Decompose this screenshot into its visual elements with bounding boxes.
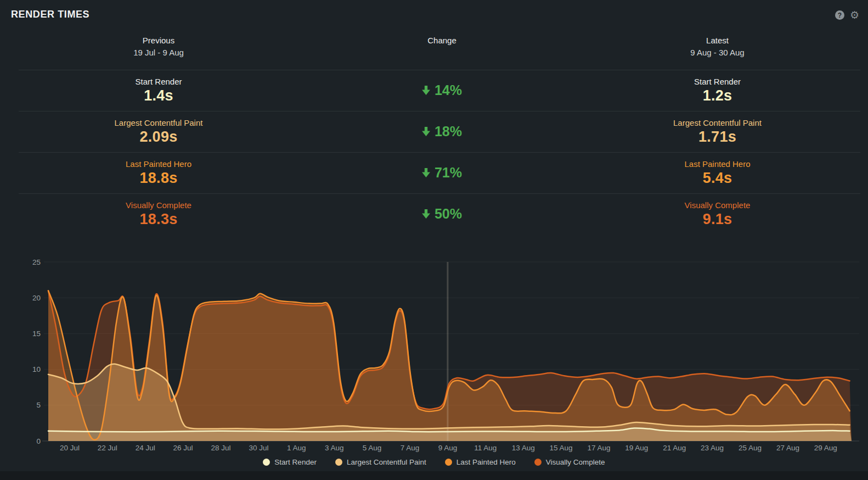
metric-value: 9.1s: [703, 211, 732, 228]
latest-metric: Largest Contentful Paint 1.71s: [567, 111, 868, 152]
page-title: RENDER TIMES: [11, 9, 89, 20]
svg-text:13 Aug: 13 Aug: [512, 444, 535, 452]
latest-metric: Start Render 1.2s: [567, 70, 868, 111]
decrease-arrow-icon: [422, 209, 430, 221]
metric-value: 2.09s: [139, 129, 177, 146]
change-cell: 50%: [317, 193, 567, 235]
previous-metric: Start Render 1.4s: [0, 70, 317, 111]
metric-value: 5.4s: [703, 170, 732, 187]
change-value: 14%: [435, 82, 462, 98]
metric-row-start-render: Start Render 1.4s 14% Start Render 1.2s: [0, 70, 868, 111]
metric-row-last-painted-hero: Last Painted Hero 18.8s 71% Last Painted…: [0, 152, 868, 193]
svg-text:30 Jul: 30 Jul: [249, 444, 268, 452]
decrease-arrow-icon: [422, 127, 430, 138]
svg-text:22 Jul: 22 Jul: [98, 444, 117, 452]
svg-text:27 Aug: 27 Aug: [776, 444, 799, 452]
x-axis-labels: 20 Jul22 Jul24 Jul26 Jul28 Jul30 Jul1 Au…: [60, 444, 837, 452]
svg-text:15: 15: [32, 330, 41, 338]
svg-text:15 Aug: 15 Aug: [549, 444, 572, 452]
change-value: 50%: [435, 206, 462, 222]
decrease-arrow-icon: [422, 168, 430, 180]
render-times-widget: RENDER TIMES ? ⚙ Previous 19 Jul - 9 Aug…: [0, 0, 868, 480]
svg-text:23 Aug: 23 Aug: [701, 444, 724, 452]
previous-date-range: 19 Jul - 9 Aug: [133, 48, 184, 57]
period-divider: [447, 262, 448, 441]
latest-period-header: Latest 9 Aug - 30 Aug: [567, 31, 868, 70]
bottom-strip: [0, 471, 868, 480]
change-label: Change: [427, 36, 456, 45]
change-cell: 18%: [317, 111, 567, 152]
svg-text:29 Aug: 29 Aug: [814, 444, 837, 452]
metric-name: Last Painted Hero: [126, 159, 191, 169]
legend-dot: [263, 459, 270, 466]
svg-text:28 Jul: 28 Jul: [211, 444, 230, 452]
metric-value: 1.4s: [144, 87, 173, 104]
legend-item-largest-contentful-paint[interactable]: Largest Contentful Paint: [335, 458, 426, 466]
metric-value: 18.3s: [139, 211, 177, 228]
metric-value: 18.8s: [139, 170, 177, 187]
metric-name: Largest Contentful Paint: [115, 118, 203, 127]
change-cell: 71%: [317, 152, 567, 193]
svg-text:21 Aug: 21 Aug: [663, 444, 686, 452]
svg-text:19 Aug: 19 Aug: [625, 444, 648, 452]
metric-name: Start Render: [135, 77, 182, 86]
latest-metric: Last Painted Hero 5.4s: [567, 152, 868, 193]
chart-legend: Start Render Largest Contentful Paint La…: [0, 458, 868, 466]
change-value: 71%: [435, 165, 462, 181]
y-axis-labels: 0510152025: [32, 258, 41, 445]
metric-value: 1.71s: [698, 129, 736, 146]
change-cell: 14%: [317, 70, 567, 111]
latest-date-range: 9 Aug - 30 Aug: [690, 48, 744, 57]
change-value: 18%: [435, 124, 462, 139]
svg-text:20 Jul: 20 Jul: [60, 444, 80, 452]
series-areas: [48, 291, 852, 441]
svg-text:25 Aug: 25 Aug: [739, 444, 762, 452]
settings-gear-icon[interactable]: ⚙: [850, 10, 859, 20]
previous-metric: Visually Complete 18.3s: [0, 193, 317, 235]
previous-metric: Last Painted Hero 18.8s: [0, 152, 317, 193]
svg-text:0: 0: [36, 437, 41, 445]
previous-label: Previous: [143, 36, 174, 45]
metric-name: Largest Contentful Paint: [673, 118, 762, 127]
svg-text:24 Jul: 24 Jul: [136, 444, 155, 452]
svg-text:17 Aug: 17 Aug: [587, 444, 610, 452]
metric-name: Visually Complete: [126, 200, 191, 210]
metric-name: Start Render: [694, 77, 741, 86]
comparison-header: Previous 19 Jul - 9 Aug Change Latest 9 …: [0, 31, 868, 70]
legend-item-visually-complete[interactable]: Visually Complete: [534, 458, 605, 466]
svg-text:26 Jul: 26 Jul: [173, 444, 193, 452]
legend-item-last-painted-hero[interactable]: Last Painted Hero: [445, 458, 516, 466]
svg-text:7 Aug: 7 Aug: [401, 444, 420, 452]
latest-metric: Visually Complete 9.1s: [567, 193, 868, 235]
svg-text:3 Aug: 3 Aug: [325, 444, 344, 452]
svg-text:20: 20: [32, 294, 41, 302]
svg-text:5 Aug: 5 Aug: [363, 444, 382, 452]
render-times-chart: 051015202520 Jul22 Jul24 Jul26 Jul28 Jul…: [0, 247, 868, 456]
metric-value: 1.2s: [703, 87, 732, 104]
svg-text:25: 25: [32, 258, 41, 266]
header-icons: ? ⚙: [835, 10, 859, 20]
svg-text:5: 5: [36, 401, 41, 409]
svg-text:10: 10: [32, 365, 41, 373]
legend-dot: [534, 459, 542, 466]
latest-label: Latest: [706, 36, 729, 45]
legend-dot: [335, 459, 342, 466]
help-icon[interactable]: ?: [835, 10, 844, 20]
svg-text:1 Aug: 1 Aug: [287, 444, 306, 452]
change-header: Change: [317, 31, 567, 70]
legend-item-start-render[interactable]: Start Render: [263, 458, 317, 466]
metric-name: Last Painted Hero: [684, 159, 750, 169]
legend-dot: [445, 459, 452, 466]
previous-metric: Largest Contentful Paint 2.09s: [0, 111, 317, 152]
decrease-arrow-icon: [422, 86, 430, 97]
svg-text:11 Aug: 11 Aug: [474, 444, 497, 452]
metric-name: Visually Complete: [685, 200, 751, 210]
previous-period-header: Previous 19 Jul - 9 Aug: [0, 31, 317, 70]
metric-row-visually-complete: Visually Complete 18.3s 50% Visually Com…: [0, 193, 868, 235]
metric-row-largest-contentful-paint: Largest Contentful Paint 2.09s 18% Large…: [0, 111, 868, 152]
svg-text:9 Aug: 9 Aug: [438, 444, 458, 452]
